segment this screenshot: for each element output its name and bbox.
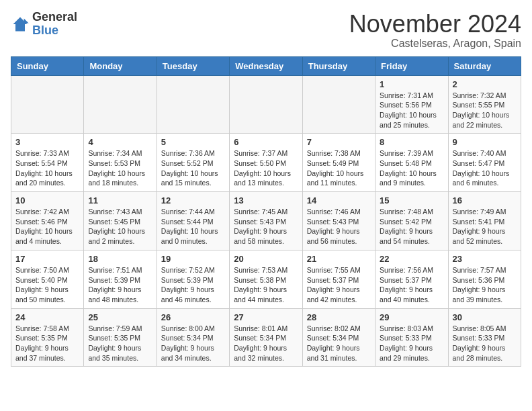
day-info: Sunrise: 7:56 AM Sunset: 5:37 PM Dayligh…	[380, 265, 443, 305]
calendar-cell: 16Sunrise: 7:49 AM Sunset: 5:41 PM Dayli…	[448, 192, 521, 250]
day-number: 1	[380, 79, 443, 89]
day-info: Sunrise: 8:01 AM Sunset: 5:34 PM Dayligh…	[234, 324, 298, 363]
calendar-cell: 26Sunrise: 8:00 AM Sunset: 5:34 PM Dayli…	[157, 308, 229, 367]
day-number: 9	[453, 137, 517, 147]
day-number: 21	[307, 254, 371, 264]
weekday-header: Sunday	[11, 56, 84, 75]
calendar-week-row: 24Sunrise: 7:58 AM Sunset: 5:35 PM Dayli…	[11, 308, 521, 367]
day-info: Sunrise: 7:52 AM Sunset: 5:39 PM Dayligh…	[161, 265, 225, 305]
day-info: Sunrise: 7:38 AM Sunset: 5:49 PM Dayligh…	[307, 148, 371, 188]
day-info: Sunrise: 7:49 AM Sunset: 5:41 PM Dayligh…	[453, 207, 517, 246]
calendar-cell: 18Sunrise: 7:51 AM Sunset: 5:39 PM Dayli…	[84, 250, 157, 308]
calendar-cell: 21Sunrise: 7:55 AM Sunset: 5:37 PM Dayli…	[302, 250, 375, 308]
day-number: 23	[453, 254, 517, 264]
day-number: 19	[161, 254, 225, 264]
day-info: Sunrise: 7:34 AM Sunset: 5:53 PM Dayligh…	[88, 148, 152, 188]
day-info: Sunrise: 7:45 AM Sunset: 5:43 PM Dayligh…	[234, 207, 298, 246]
logo: General Blue	[11, 11, 77, 38]
calendar-cell: 25Sunrise: 7:59 AM Sunset: 5:35 PM Dayli…	[84, 308, 157, 367]
calendar-cell	[11, 75, 84, 134]
weekday-header: Saturday	[448, 56, 521, 75]
weekday-header: Thursday	[302, 56, 375, 75]
day-number: 29	[380, 312, 443, 322]
day-number: 20	[234, 254, 298, 264]
day-info: Sunrise: 7:40 AM Sunset: 5:47 PM Dayligh…	[453, 148, 517, 188]
day-info: Sunrise: 7:44 AM Sunset: 5:44 PM Dayligh…	[161, 207, 225, 246]
calendar-week-row: 10Sunrise: 7:42 AM Sunset: 5:46 PM Dayli…	[11, 192, 521, 250]
day-number: 2	[453, 79, 517, 89]
day-info: Sunrise: 7:32 AM Sunset: 5:55 PM Dayligh…	[453, 91, 517, 130]
day-number: 13	[234, 195, 298, 205]
calendar-cell: 5Sunrise: 7:36 AM Sunset: 5:52 PM Daylig…	[157, 134, 229, 192]
calendar-cell: 14Sunrise: 7:46 AM Sunset: 5:43 PM Dayli…	[302, 192, 375, 250]
calendar-cell	[230, 75, 302, 134]
day-number: 26	[161, 312, 225, 322]
day-number: 3	[15, 137, 79, 147]
day-number: 15	[380, 195, 443, 205]
weekday-header: Tuesday	[157, 56, 229, 75]
calendar-week-row: 3Sunrise: 7:33 AM Sunset: 5:54 PM Daylig…	[11, 134, 521, 192]
day-number: 6	[234, 137, 298, 147]
calendar-cell: 7Sunrise: 7:38 AM Sunset: 5:49 PM Daylig…	[302, 134, 375, 192]
calendar-cell: 9Sunrise: 7:40 AM Sunset: 5:47 PM Daylig…	[448, 134, 521, 192]
calendar-cell	[84, 75, 157, 134]
day-number: 30	[453, 312, 517, 322]
calendar-table: SundayMondayTuesdayWednesdayThursdayFrid…	[11, 56, 521, 367]
calendar-header-row: SundayMondayTuesdayWednesdayThursdayFrid…	[11, 56, 521, 75]
day-info: Sunrise: 8:02 AM Sunset: 5:34 PM Dayligh…	[307, 324, 371, 363]
day-info: Sunrise: 7:39 AM Sunset: 5:48 PM Dayligh…	[380, 148, 443, 188]
day-number: 4	[88, 137, 152, 147]
day-info: Sunrise: 7:33 AM Sunset: 5:54 PM Dayligh…	[15, 148, 79, 188]
svg-marker-0	[13, 17, 28, 31]
calendar-week-row: 17Sunrise: 7:50 AM Sunset: 5:40 PM Dayli…	[11, 250, 521, 308]
day-number: 11	[88, 195, 152, 205]
calendar-cell: 10Sunrise: 7:42 AM Sunset: 5:46 PM Dayli…	[11, 192, 84, 250]
day-number: 18	[88, 254, 152, 264]
day-number: 12	[161, 195, 225, 205]
calendar-cell: 23Sunrise: 7:57 AM Sunset: 5:36 PM Dayli…	[448, 250, 521, 308]
logo-text: General Blue	[32, 11, 77, 38]
day-info: Sunrise: 8:00 AM Sunset: 5:34 PM Dayligh…	[161, 324, 225, 363]
day-info: Sunrise: 7:36 AM Sunset: 5:52 PM Dayligh…	[161, 148, 225, 188]
location-title: Castelseras, Aragon, Spain	[349, 38, 521, 50]
day-info: Sunrise: 7:48 AM Sunset: 5:42 PM Dayligh…	[380, 207, 443, 246]
calendar-cell: 29Sunrise: 8:03 AM Sunset: 5:33 PM Dayli…	[375, 308, 448, 367]
day-number: 5	[161, 137, 225, 147]
calendar-cell: 19Sunrise: 7:52 AM Sunset: 5:39 PM Dayli…	[157, 250, 229, 308]
calendar-cell: 28Sunrise: 8:02 AM Sunset: 5:34 PM Dayli…	[302, 308, 375, 367]
day-info: Sunrise: 7:37 AM Sunset: 5:50 PM Dayligh…	[234, 148, 298, 188]
calendar-cell: 4Sunrise: 7:34 AM Sunset: 5:53 PM Daylig…	[84, 134, 157, 192]
day-number: 8	[380, 137, 443, 147]
day-info: Sunrise: 7:43 AM Sunset: 5:45 PM Dayligh…	[88, 207, 152, 246]
calendar-cell: 24Sunrise: 7:58 AM Sunset: 5:35 PM Dayli…	[11, 308, 84, 367]
calendar-cell	[157, 75, 229, 134]
calendar-cell: 17Sunrise: 7:50 AM Sunset: 5:40 PM Dayli…	[11, 250, 84, 308]
day-number: 7	[307, 137, 371, 147]
day-info: Sunrise: 7:46 AM Sunset: 5:43 PM Dayligh…	[307, 207, 371, 246]
calendar-cell: 13Sunrise: 7:45 AM Sunset: 5:43 PM Dayli…	[230, 192, 302, 250]
day-info: Sunrise: 7:31 AM Sunset: 5:56 PM Dayligh…	[380, 91, 443, 130]
month-title: November 2024	[349, 11, 521, 38]
calendar-cell: 15Sunrise: 7:48 AM Sunset: 5:42 PM Dayli…	[375, 192, 448, 250]
weekday-header: Monday	[84, 56, 157, 75]
day-info: Sunrise: 7:59 AM Sunset: 5:35 PM Dayligh…	[88, 324, 152, 363]
day-info: Sunrise: 7:57 AM Sunset: 5:36 PM Dayligh…	[453, 265, 517, 305]
calendar-cell: 1Sunrise: 7:31 AM Sunset: 5:56 PM Daylig…	[375, 75, 448, 134]
logo-icon	[11, 15, 30, 34]
day-info: Sunrise: 7:42 AM Sunset: 5:46 PM Dayligh…	[15, 207, 79, 246]
day-number: 16	[453, 195, 517, 205]
day-number: 22	[380, 254, 443, 264]
day-number: 24	[15, 312, 79, 322]
svg-marker-1	[24, 18, 29, 23]
day-number: 17	[15, 254, 79, 264]
weekday-header: Wednesday	[230, 56, 302, 75]
day-info: Sunrise: 8:03 AM Sunset: 5:33 PM Dayligh…	[380, 324, 443, 363]
title-block: November 2024 Castelseras, Aragon, Spain	[349, 11, 521, 50]
day-number: 28	[307, 312, 371, 322]
calendar-cell: 3Sunrise: 7:33 AM Sunset: 5:54 PM Daylig…	[11, 134, 84, 192]
day-number: 14	[307, 195, 371, 205]
calendar-cell: 12Sunrise: 7:44 AM Sunset: 5:44 PM Dayli…	[157, 192, 229, 250]
calendar-cell: 30Sunrise: 8:05 AM Sunset: 5:33 PM Dayli…	[448, 308, 521, 367]
day-info: Sunrise: 7:55 AM Sunset: 5:37 PM Dayligh…	[307, 265, 371, 305]
day-info: Sunrise: 7:51 AM Sunset: 5:39 PM Dayligh…	[88, 265, 152, 305]
